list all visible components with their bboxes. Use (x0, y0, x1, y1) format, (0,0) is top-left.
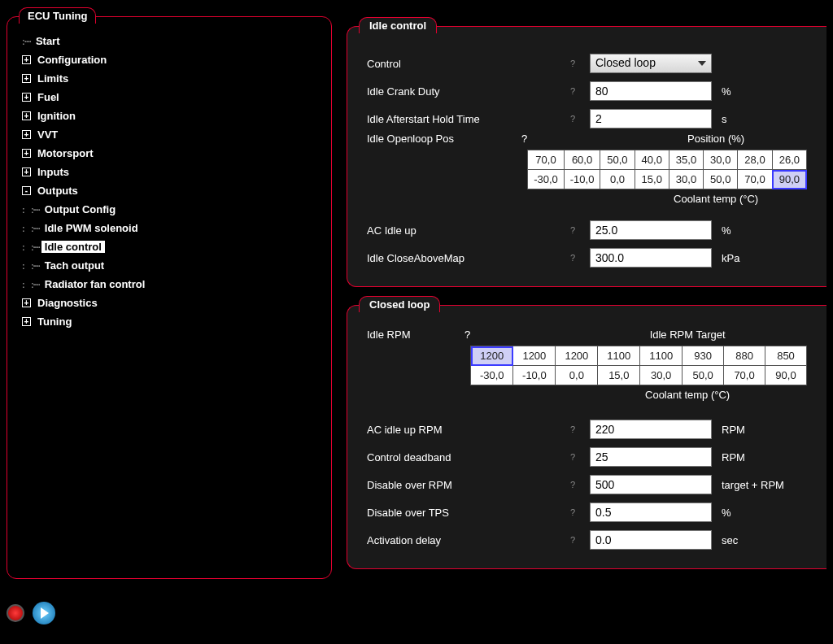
tree-radiator-fan[interactable]: Radiator fan control (41, 278, 149, 290)
table-cell[interactable]: 0,0 (600, 170, 635, 189)
table-cell[interactable]: -30,0 (528, 170, 565, 189)
ac-rpm-unit: RPM (722, 424, 745, 436)
tree-diagnostics[interactable]: Diagnostics (34, 297, 101, 309)
record-button[interactable] (7, 604, 24, 622)
tree-output-config[interactable]: Output Config (41, 203, 119, 215)
expand-icon[interactable]: + (22, 149, 31, 158)
ac-idle-input[interactable] (590, 220, 712, 240)
control-value: Closed loop (595, 56, 656, 69)
idle-rpm-label: Idle RPM (367, 329, 464, 341)
help-icon[interactable]: ? (521, 133, 527, 145)
table-cell[interactable]: 70,0 (724, 366, 765, 385)
table-cell[interactable]: 30,0 (640, 366, 683, 385)
tree-limits[interactable]: Limits (34, 72, 72, 85)
afterstart-unit: s (722, 113, 727, 125)
help-icon[interactable]: ? (570, 225, 590, 235)
expand-icon[interactable]: + (22, 317, 31, 326)
table-cell[interactable]: 70,0 (528, 150, 565, 170)
idle-rpm-table[interactable]: 1200 1200 1200 1100 1100 930 880 850 -30… (470, 346, 807, 385)
closed-loop-group: Closed loop Idle RPM ? Idle RPM Target 1… (347, 305, 826, 569)
help-icon[interactable]: ? (570, 253, 590, 263)
table-cell[interactable]: 60,0 (564, 150, 600, 170)
tree-tuning[interactable]: Tuning (34, 315, 75, 328)
help-icon[interactable]: ? (570, 535, 590, 545)
crank-input[interactable] (590, 81, 712, 101)
deadband-label: Control deadband (367, 451, 570, 463)
help-icon[interactable]: ? (570, 59, 590, 68)
table-cell[interactable]: -30,0 (471, 366, 513, 385)
expand-icon[interactable]: + (22, 111, 31, 120)
ac-rpm-input[interactable] (590, 420, 712, 439)
idle-control-title: Idle control (359, 17, 437, 33)
tree-idle-control[interactable]: Idle control (41, 241, 105, 253)
table-cell[interactable]: 28,0 (738, 150, 772, 170)
help-icon[interactable]: ? (464, 329, 470, 341)
table-cell[interactable]: 30,0 (669, 170, 703, 189)
tree-fuel[interactable]: Fuel (34, 91, 63, 103)
act-delay-input[interactable] (590, 530, 712, 550)
tree-motorsport[interactable]: Motorsport (34, 147, 97, 159)
table-cell[interactable]: 15,0 (635, 170, 669, 189)
table-cell[interactable]: 35,0 (669, 150, 703, 170)
expand-icon[interactable]: + (22, 298, 31, 307)
help-icon[interactable]: ? (570, 86, 590, 96)
tree-outputs[interactable]: Outputs (34, 185, 81, 197)
table-cell[interactable]: 50,0 (683, 366, 724, 385)
afterstart-input[interactable] (590, 109, 712, 128)
expand-icon[interactable]: + (22, 93, 31, 102)
table-cell[interactable]: 30,0 (704, 150, 738, 170)
tree-vvt[interactable]: VVT (34, 128, 61, 141)
crank-label: Idle Crank Duty (367, 85, 570, 98)
tree-ignition[interactable]: Ignition (34, 110, 79, 122)
play-button[interactable] (33, 602, 55, 624)
table-cell[interactable]: 70,0 (738, 170, 772, 189)
table-cell[interactable]: 880 (724, 346, 765, 366)
table-cell[interactable]: 850 (765, 346, 807, 366)
help-icon[interactable]: ? (570, 480, 590, 490)
help-icon[interactable]: ? (570, 424, 590, 434)
tree-panel: ECU Tuning :····Start +Configuration +Li… (7, 16, 332, 579)
idle-rpm-table-title: Idle RPM Target (568, 329, 807, 341)
table-cell[interactable]: 40,0 (635, 150, 669, 170)
table-cell[interactable]: -10,0 (564, 170, 600, 189)
disable-rpm-input[interactable] (590, 475, 712, 494)
deadband-input[interactable] (590, 447, 712, 467)
table-cell[interactable]: 50,0 (600, 150, 635, 170)
expand-icon[interactable]: + (22, 168, 31, 176)
table-cell[interactable]: 1200 (513, 346, 556, 366)
expand-icon[interactable]: + (22, 130, 31, 139)
control-select[interactable]: Closed loop (590, 54, 712, 73)
tree-tach-output[interactable]: Tach output (41, 259, 107, 272)
table-cell-selected[interactable]: 90,0 (772, 170, 806, 189)
table-cell[interactable]: 15,0 (598, 366, 640, 385)
closeabove-input[interactable] (590, 248, 712, 268)
tree-inputs[interactable]: Inputs (34, 166, 72, 178)
tree-idle-pwm[interactable]: Idle PWM solenoid (41, 222, 142, 234)
table-cell[interactable]: 90,0 (765, 366, 807, 385)
act-delay-label: Activation delay (367, 534, 570, 546)
expand-icon[interactable]: + (22, 74, 31, 83)
collapse-icon[interactable]: - (22, 186, 31, 195)
help-icon[interactable]: ? (570, 507, 590, 517)
disable-tps-input[interactable] (590, 503, 712, 522)
table-cell[interactable]: 1100 (640, 346, 683, 366)
tree-configuration[interactable]: Configuration (34, 54, 110, 66)
closeabove-unit: kPa (722, 252, 739, 264)
help-icon[interactable]: ? (570, 452, 590, 462)
ac-rpm-label: AC idle up RPM (367, 424, 570, 436)
ac-idle-label: AC Idle up (367, 224, 570, 237)
table-cell[interactable]: 1100 (598, 346, 640, 366)
act-delay-unit: sec (722, 534, 738, 546)
table-cell[interactable]: 930 (683, 346, 724, 366)
tree-start[interactable]: Start (33, 35, 63, 47)
expand-icon[interactable]: + (22, 55, 31, 64)
table-cell[interactable]: -10,0 (513, 366, 556, 385)
ac-idle-unit: % (722, 224, 731, 237)
table-cell[interactable]: 0,0 (556, 366, 598, 385)
table-cell[interactable]: 1200 (556, 346, 598, 366)
table-cell-selected[interactable]: 1200 (471, 346, 513, 366)
table-cell[interactable]: 50,0 (704, 170, 738, 189)
openloop-table[interactable]: 70,0 60,0 50,0 40,0 35,0 30,0 28,0 26,0 … (527, 150, 807, 189)
help-icon[interactable]: ? (570, 114, 590, 124)
table-cell[interactable]: 26,0 (772, 150, 806, 170)
